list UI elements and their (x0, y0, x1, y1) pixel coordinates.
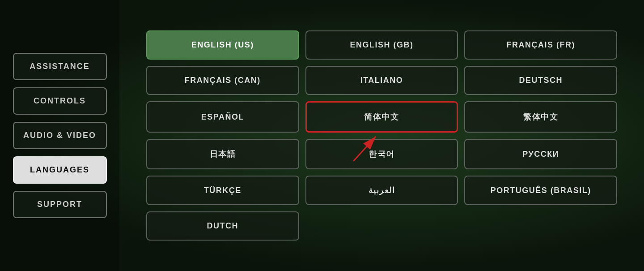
lang-btn-arabic[interactable]: العربية (305, 176, 458, 205)
lang-btn-turkish[interactable]: TÜRKÇE (146, 176, 299, 205)
lang-btn-deutsch[interactable]: DEUTSCH (464, 66, 617, 95)
lang-btn-italiano[interactable]: ITALIANO (305, 66, 458, 95)
lang-btn-francais-fr[interactable]: FRANÇAIS (FR) (464, 30, 617, 60)
lang-btn-korean[interactable]: 한국어 (305, 139, 458, 169)
lang-btn-dutch[interactable]: DUTCH (146, 211, 299, 241)
lang-btn-japanese[interactable]: 日本語 (146, 139, 299, 169)
grid-empty-slot (464, 211, 617, 241)
lang-btn-english-us[interactable]: ENGLISH (US) (146, 30, 299, 60)
main-content: ENGLISH (US)ENGLISH (GB)FRANÇAIS (FR)FRA… (119, 0, 644, 271)
lang-btn-traditional-chinese[interactable]: 繁体中文 (464, 101, 617, 133)
lang-btn-francais-can[interactable]: FRANÇAIS (CAN) (146, 66, 299, 95)
sidebar-btn-support[interactable]: SUPPORT (13, 191, 107, 218)
lang-btn-simplified-chinese[interactable]: 简体中文 (305, 101, 458, 133)
language-grid: ENGLISH (US)ENGLISH (GB)FRANÇAIS (FR)FRA… (146, 30, 617, 241)
lang-btn-portuguese-brasil[interactable]: PORTUGUÊS (BRASIL) (464, 176, 617, 205)
grid-empty-slot (305, 211, 458, 241)
lang-btn-espanol[interactable]: ESPAÑOL (146, 101, 299, 133)
sidebar-btn-assistance[interactable]: ASSISTANCE (13, 53, 107, 80)
lang-btn-russian[interactable]: РУССКИ (464, 139, 617, 169)
sidebar-btn-languages[interactable]: LANGUAGES (13, 156, 107, 184)
sidebar: ASSISTANCECONTROLSAUDIO & VIDEOLANGUAGES… (0, 0, 119, 271)
sidebar-btn-audio-video[interactable]: AUDIO & VIDEO (13, 122, 107, 149)
sidebar-btn-controls[interactable]: CONTROLS (13, 87, 107, 115)
lang-btn-english-gb[interactable]: ENGLISH (GB) (305, 30, 458, 60)
